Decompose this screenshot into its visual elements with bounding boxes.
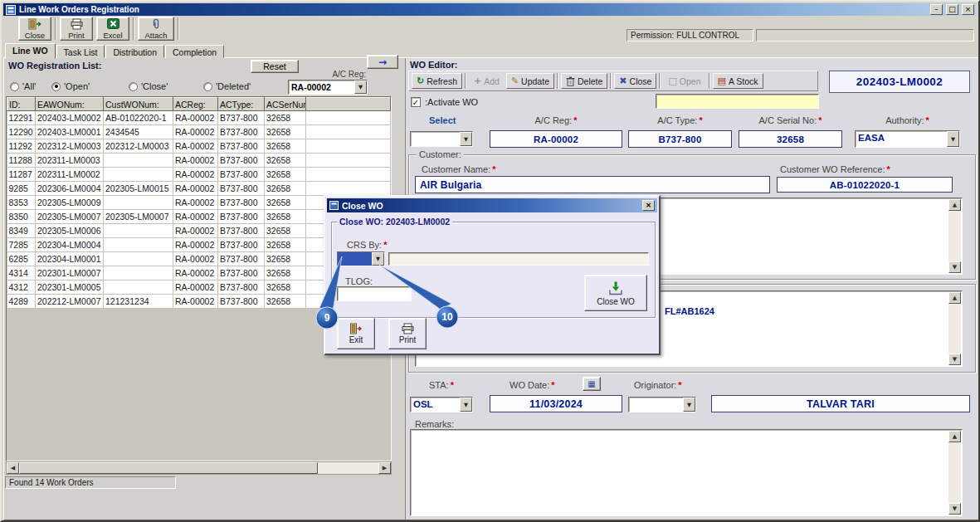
col-custwonum[interactable]: CustWONum:: [104, 98, 173, 111]
scroll-right-button[interactable]: ▶: [378, 462, 391, 474]
wo-number-display: 202403-LM0002: [829, 71, 970, 93]
acreg-filter-combo[interactable]: RA-00002 ▼: [288, 80, 368, 95]
vertical-scrollbar[interactable]: ▲ ▼: [948, 199, 961, 273]
dialog-print-button[interactable]: Print: [388, 318, 427, 349]
print-button-label: Print: [68, 31, 85, 40]
chevron-down-icon[interactable]: ▼: [354, 80, 367, 94]
calendar-button[interactable]: ▦: [583, 377, 601, 391]
close-wo-confirm-button[interactable]: Close WO: [584, 275, 647, 311]
update-button[interactable]: ✎ Update: [506, 73, 554, 89]
tab-completion[interactable]: Completion: [165, 45, 224, 58]
maximize-button[interactable]: □: [946, 4, 958, 15]
scrollbar-track[interactable]: [318, 462, 378, 474]
scroll-left-button[interactable]: ◀: [7, 462, 19, 474]
add-button[interactable]: + Add: [469, 73, 505, 89]
tab-task-list[interactable]: Task List: [56, 45, 105, 58]
table-cell: 202311-LM0003: [36, 154, 104, 168]
refresh-button[interactable]: ↻ Refresh: [412, 73, 462, 89]
table-cell: 202212-LM0007: [36, 295, 104, 309]
delete-button[interactable]: Delete: [561, 73, 607, 89]
radio-label: 'Open': [64, 81, 90, 91]
chevron-down-icon[interactable]: ▼: [372, 252, 384, 266]
table-header-row: ID: EAWONum: CustWONum: ACReg: ACType: A…: [7, 98, 391, 111]
filter-radio-close[interactable]: 'Close': [129, 81, 168, 91]
close-wo-toolbar-button[interactable]: ✖ Close: [614, 73, 656, 89]
col-eawonum[interactable]: EAWONum:: [36, 98, 104, 111]
table-cell: B737-800: [218, 139, 265, 154]
dialog-close-button[interactable]: ×: [642, 200, 655, 211]
table-row[interactable]: 9285202306-LM0004202305-LM0015RA-00002B7…: [7, 182, 391, 196]
chevron-down-icon[interactable]: ▼: [460, 398, 472, 412]
table-row[interactable]: 11288202311-LM0003RA-00002B737-80032658: [7, 154, 391, 168]
filter-radio-deleted[interactable]: 'Deleted': [203, 81, 251, 91]
filter-radio-open[interactable]: 'Open': [51, 81, 90, 91]
table-cell: 7285: [7, 238, 36, 252]
required-marker: *: [383, 240, 387, 250]
col-actype[interactable]: ACType:: [218, 98, 265, 111]
table-row[interactable]: 11292202312-LM0003202312-LM0003RA-00002B…: [7, 139, 391, 154]
wo-date-value: 11/03/2024: [490, 395, 622, 412]
scroll-down-button[interactable]: ▼: [948, 503, 961, 515]
scroll-down-button[interactable]: ▼: [948, 354, 961, 365]
table-cell: 11288: [7, 154, 36, 168]
dialog-title: Close WO: [342, 201, 639, 211]
acreg-filter-label: A/C Reg:: [288, 70, 366, 79]
excel-button[interactable]: Excel: [96, 17, 129, 41]
transfer-button[interactable]: →: [367, 55, 398, 69]
yellow-input-field[interactable]: [656, 94, 819, 109]
authority-combo[interactable]: EASA ▼: [855, 130, 960, 148]
table-row[interactable]: 12291202403-LM0002AB-01022020-1RA-00002B…: [7, 111, 391, 125]
attach-button[interactable]: Attach: [138, 17, 174, 41]
close-wo-arrow-icon: [607, 281, 625, 296]
table-cell: B737-800: [218, 196, 265, 210]
scroll-up-button[interactable]: ▲: [948, 431, 961, 442]
col-id[interactable]: ID:: [7, 98, 36, 111]
chevron-down-icon[interactable]: ▼: [947, 131, 959, 147]
close-button[interactable]: Close: [18, 17, 51, 41]
authority-value: EASA: [856, 131, 947, 147]
table-cell: B737-800: [218, 252, 265, 266]
tab-distribution[interactable]: Distribution: [105, 45, 164, 58]
toolbar-separator: [709, 73, 710, 89]
vertical-scrollbar[interactable]: ▲ ▼: [948, 292, 961, 365]
col-acsernum[interactable]: ACSerNum: [265, 98, 306, 111]
table-cell: RA-00002: [173, 238, 218, 252]
table-cell: 121231234: [104, 295, 173, 309]
chevron-down-icon[interactable]: ▼: [683, 398, 695, 412]
scroll-up-button[interactable]: ▲: [948, 199, 961, 211]
table-cell: 8350: [7, 210, 36, 224]
chevron-down-icon[interactable]: ▼: [460, 132, 472, 146]
col-acreg[interactable]: ACReg:: [173, 98, 218, 111]
close-window-button[interactable]: ×: [962, 4, 974, 15]
scroll-up-button[interactable]: ▲: [948, 292, 961, 304]
select-combo[interactable]: ▼: [410, 131, 473, 147]
scrollbar-thumb[interactable]: [19, 462, 318, 474]
tab-line-wo[interactable]: Line WO: [5, 43, 56, 59]
minimize-button[interactable]: –: [930, 4, 943, 15]
table-cell: 202305-LM0007: [36, 210, 104, 224]
transfer-arrow-icon: →: [378, 57, 387, 67]
exit-button[interactable]: Exit: [337, 318, 375, 349]
table-row[interactable]: 11287202311-LM0002RA-00002B737-80032658: [7, 168, 391, 182]
crs-by-combo[interactable]: ▼: [337, 251, 385, 266]
filter-radio-all[interactable]: 'All': [10, 81, 36, 91]
tlog-field[interactable]: [337, 286, 412, 301]
table-cell: RA-00002: [173, 210, 218, 224]
tab-label: Distribution: [113, 47, 157, 57]
horizontal-scrollbar[interactable]: ◀ ▶: [6, 461, 392, 475]
sta-combo[interactable]: OSL ▼: [410, 397, 473, 412]
originator-combo[interactable]: ▼: [628, 397, 696, 412]
remarks-textarea[interactable]: ▲ ▼: [410, 429, 963, 516]
radio-label: 'All': [22, 81, 36, 91]
scroll-down-button[interactable]: ▼: [948, 261, 961, 273]
vertical-scrollbar[interactable]: ▲ ▼: [948, 431, 961, 515]
table-row[interactable]: 12290202403-LM00012434545RA-00002B737-80…: [7, 125, 391, 139]
table-cell: 8349: [7, 224, 36, 238]
crs-by-name-field[interactable]: [388, 252, 649, 266]
open-button[interactable]: □ Open: [663, 73, 705, 89]
print-button[interactable]: Print: [60, 17, 93, 41]
astock-button[interactable]: ▤ A Stock: [713, 73, 763, 89]
activate-wo-checkbox[interactable]: ✓: [411, 97, 421, 107]
filler-cell: [306, 139, 391, 154]
table-cell: 32658: [265, 210, 306, 224]
